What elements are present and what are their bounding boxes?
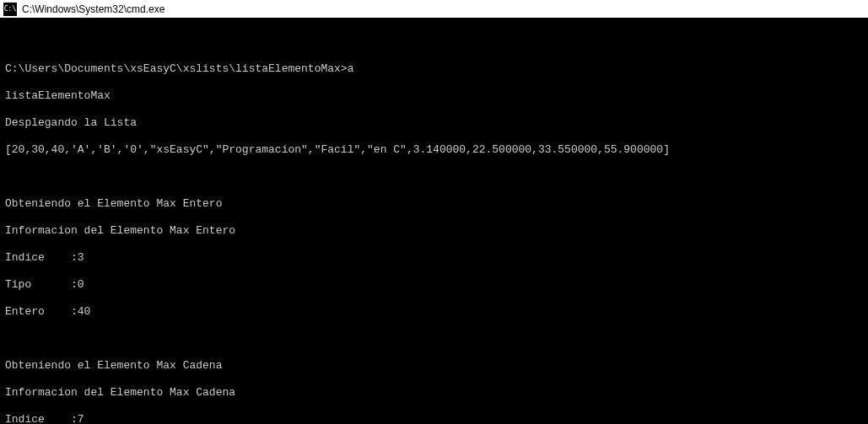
- terminal-line: [5, 332, 863, 346]
- terminal-line: Tipo :0: [5, 278, 863, 292]
- terminal-line: Informacion del Elemento Max Entero: [5, 224, 863, 238]
- terminal-line: listaElementoMax: [5, 89, 863, 103]
- terminal-line: Entero :40: [5, 305, 863, 319]
- terminal-line: Obteniendo el Elemento Max Entero: [5, 197, 863, 211]
- terminal-line: C:\Users\Documents\xsEasyC\xslists\lista…: [5, 62, 863, 76]
- terminal-line: Desplegando la Lista: [5, 116, 863, 130]
- terminal-line: Obteniendo el Elemento Max Cadena: [5, 359, 863, 373]
- terminal-line: [5, 35, 863, 49]
- terminal-output[interactable]: C:\Users\Documents\xsEasyC\xslists\lista…: [0, 19, 868, 424]
- terminal-line: Indice :7: [5, 413, 863, 424]
- window-title: C:\Windows\System32\cmd.exe: [22, 3, 164, 15]
- window-titlebar[interactable]: C:\ C:\Windows\System32\cmd.exe: [0, 0, 868, 19]
- terminal-line: Informacion del Elemento Max Cadena: [5, 386, 863, 400]
- terminal-line: [5, 170, 863, 184]
- terminal-line: Indice :3: [5, 251, 863, 265]
- terminal-line: [20,30,40,'A','B','0',"xsEasyC","Program…: [5, 143, 863, 157]
- cmd-icon: C:\: [3, 3, 17, 16]
